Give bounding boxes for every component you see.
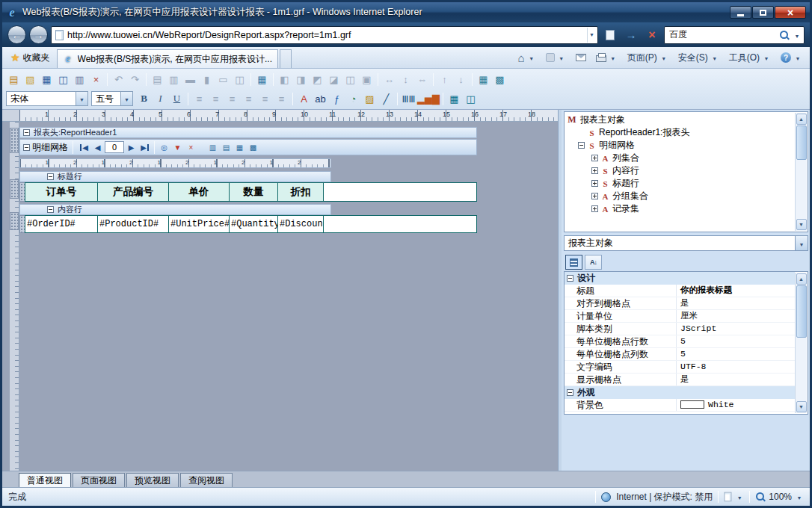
scroll-thumb[interactable] [796,285,807,338]
close-button[interactable] [775,6,806,19]
font-color-icon[interactable]: A [296,91,312,107]
column-header-3[interactable]: 单价 [168,182,230,202]
home-button[interactable] [514,49,541,66]
insert-field-icon[interactable]: ƒ [329,91,345,107]
property-row[interactable]: 脚本类别JScript [565,323,795,335]
property-row[interactable]: 文字编码UTF-8 [565,361,795,374]
data-empty-cell[interactable] [323,215,477,233]
zoom-dropdown-icon[interactable] [795,492,804,502]
feeds-button[interactable] [541,49,570,66]
address-bar[interactable]: http://www.tuowei.cn/WebReport/DesignRep… [51,26,598,44]
address-dropdown-icon[interactable] [587,28,596,43]
row-handle[interactable] [10,179,19,199]
expand-icon[interactable] [591,180,598,187]
insert-chart-icon[interactable]: ▂▅▇ [417,91,440,107]
collapse-icon[interactable] [23,144,30,151]
property-row[interactable]: 每单位栅格点列数5 [565,348,795,361]
view-tab[interactable]: 普通视图 [19,473,71,487]
column-header-2[interactable]: 产品编号 [97,182,169,202]
expand-icon[interactable] [591,193,598,199]
properties-scrollbar[interactable] [795,273,807,413]
forward-button[interactable] [29,25,48,44]
content-row-band[interactable]: 内容行 [19,204,331,215]
next-page-icon[interactable]: ▶ [125,140,138,154]
delete-icon[interactable]: × [88,72,104,87]
font-family-dropdown-icon[interactable] [78,93,87,104]
read-mail-button[interactable] [571,49,591,66]
report-options-icon[interactable]: ◫ [463,91,479,107]
favorites-button[interactable]: 收藏夹 [5,49,55,66]
filter-data-icon[interactable]: ▼ [171,140,184,154]
tree-root[interactable]: 报表主对象 [568,114,794,126]
report-header-band[interactable]: 报表头:ReportHeader1 [19,127,477,138]
expand-icon[interactable] [591,205,598,212]
insert-line-icon[interactable]: ╱ [378,91,394,107]
property-value[interactable]: 是 [677,297,795,309]
property-value[interactable]: 5 [677,335,795,347]
save-report-icon[interactable]: ▦ [39,72,55,87]
font-family-select[interactable]: 宋体 [6,91,88,106]
header-empty-cell[interactable] [323,182,477,202]
band-handle[interactable] [10,128,19,153]
property-row[interactable]: 标题你的报表标题 [565,285,795,297]
collapse-icon[interactable] [567,275,573,282]
page-menu[interactable]: 页面(P) [623,49,673,66]
stop-button[interactable] [643,26,661,44]
safety-menu[interactable]: 安全(S) [674,49,724,66]
collapse-icon[interactable] [578,142,585,149]
open-report-icon[interactable]: ▧ [22,72,38,87]
scroll-up-button[interactable] [796,114,807,125]
collapse-icon[interactable] [47,173,54,180]
search-box[interactable]: 百度 [664,26,805,44]
last-page-icon[interactable]: ▶ [138,140,151,154]
design-canvas[interactable]: 报表头:ReportHeader1 明细网格 ◀◀▶▶◎▼×▥▤▦▩ 12121… [2,122,558,471]
snap-to-grid-icon[interactable]: ▩ [492,72,508,87]
copy-icon[interactable]: ◫ [55,72,71,87]
field-cell-1[interactable]: #OrderID# [25,215,98,233]
property-value[interactable]: JScript [677,323,795,335]
property-row[interactable]: 每单位栅格点行数5 [565,335,795,348]
insert-system-variable-icon[interactable]: ◔ [345,91,361,107]
tree-item[interactable]: SReportHeader1:报表头 [568,126,794,139]
tree-scrollbar[interactable] [795,113,807,231]
property-category[interactable]: 设计 [565,272,795,285]
new-tab-button[interactable] [280,49,292,68]
refresh-button[interactable] [622,26,640,44]
print-dropdown-icon[interactable] [609,52,618,63]
view-tab[interactable]: 预览视图 [126,473,179,487]
change-zoom-button[interactable] [724,492,744,502]
tree-item[interactable]: S内容行 [568,164,794,177]
new-report-icon[interactable]: ▤ [6,72,22,87]
property-value[interactable]: UTF-8 [677,361,795,373]
object-selector-dropdown-icon[interactable] [797,238,806,249]
table-wizard-icon[interactable]: ▦ [254,72,270,87]
scroll-down-button[interactable] [796,401,807,412]
font-size-select[interactable]: 五号 [91,91,133,106]
expand-icon[interactable] [591,155,598,161]
help-button[interactable] [776,49,807,66]
prev-page-icon[interactable]: ◀ [91,140,104,154]
property-value[interactable]: 是 [677,374,795,385]
field-cell-4[interactable]: #Quantity# [229,215,278,233]
property-value[interactable]: 你的报表标题 [677,285,795,297]
title-row-band[interactable]: 标题行 [19,171,331,182]
feeds-dropdown-icon[interactable] [557,52,566,63]
categorized-view-button[interactable] [565,255,582,270]
tools-menu[interactable]: 工具(O) [725,49,775,66]
tree-item[interactable]: A分组集合 [568,190,794,202]
compatibility-view-button[interactable] [601,26,619,44]
underline-button[interactable]: U [169,91,185,107]
column-header-4[interactable]: 数量 [229,182,278,202]
freeze-columns-icon[interactable]: ▩ [247,140,259,154]
scroll-up-button[interactable] [796,273,807,285]
home-dropdown-icon[interactable] [527,52,536,63]
show-grid-icon[interactable]: ▦ [476,72,491,87]
expand-icon[interactable] [591,167,598,174]
italic-button[interactable]: I [153,91,168,107]
field-cell-3[interactable]: #UnitPrice# [168,215,230,233]
collapse-icon[interactable] [567,389,573,396]
show-row-grid-icon[interactable]: ▥ [206,140,219,154]
object-selector[interactable]: 报表主对象 [564,235,808,251]
show-cell-grid-icon[interactable]: ▦ [233,140,246,154]
view-tab[interactable]: 页面视图 [73,473,125,487]
